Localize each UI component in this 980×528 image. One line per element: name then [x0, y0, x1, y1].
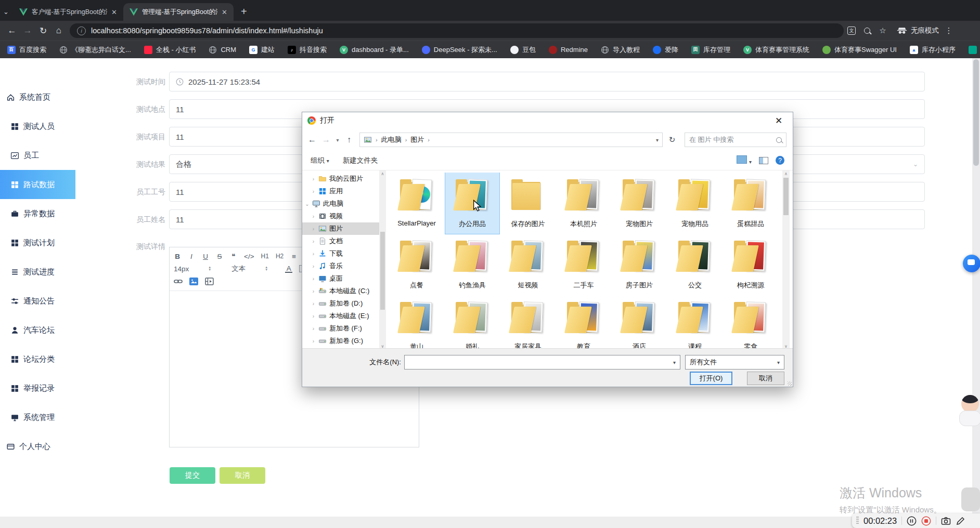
- sidebar-item-员工[interactable]: 员工: [0, 141, 75, 170]
- zoom-search-icon[interactable]: [859, 28, 875, 34]
- bookmark-item[interactable]: ▲库存小程序: [910, 45, 956, 55]
- heading1-icon[interactable]: H1: [261, 253, 269, 260]
- field-input[interactable]: 2025-11-27 15:23:54: [169, 72, 925, 91]
- new-tab-button[interactable]: +: [241, 6, 247, 17]
- tree-item-应用[interactable]: ›应用: [302, 185, 379, 197]
- translate-icon[interactable]: 文: [844, 27, 859, 35]
- tree-item-我的云图片[interactable]: ›我的云图片: [302, 173, 379, 185]
- text-color-icon[interactable]: A: [285, 265, 292, 273]
- folder-房子图片[interactable]: 房子图片: [612, 234, 666, 295]
- bookmark-item[interactable]: V体育赛事管理系统: [743, 45, 809, 55]
- bookmark-item[interactable]: 全栈 - 小红书: [144, 45, 196, 55]
- tree-collapsed-chevron-icon[interactable]: ›: [311, 189, 316, 194]
- breadcrumb-root[interactable]: 此电脑: [381, 135, 402, 144]
- tab-search-chevron-icon[interactable]: ⌄: [3, 8, 9, 16]
- tree-item-新加卷 (D:)[interactable]: ›新加卷 (D:): [302, 297, 379, 310]
- page-scrollbar[interactable]: [972, 58, 980, 528]
- filename-input[interactable]: ▾: [404, 355, 680, 369]
- folder-教育[interactable]: 教育: [557, 295, 611, 350]
- breadcrumb[interactable]: › 此电脑 › 图片 › ▾: [359, 133, 663, 147]
- site-info-icon[interactable]: i: [77, 27, 86, 35]
- tree-item-图片[interactable]: ›图片: [302, 222, 379, 235]
- folder-零食[interactable]: 零食: [724, 295, 778, 350]
- folder-StellarPlayer[interactable]: StellarPlayer: [390, 173, 444, 234]
- folder-枸杞溯源[interactable]: 枸杞溯源: [724, 234, 778, 295]
- bookmark-item[interactable]: 导入教程: [601, 45, 640, 55]
- folder-公交[interactable]: 公交: [668, 234, 722, 295]
- pause-icon[interactable]: [907, 516, 917, 526]
- tree-item-文档[interactable]: ›文档: [302, 235, 379, 247]
- help-icon[interactable]: ?: [776, 156, 784, 165]
- font-size-select[interactable]: 14px: [174, 265, 189, 273]
- bullet-list-icon[interactable]: ≡: [290, 253, 298, 260]
- folder-钓鱼渔具[interactable]: 钓鱼渔具: [445, 234, 499, 295]
- heading2-icon[interactable]: H2: [276, 253, 283, 260]
- tree-item-本地磁盘 (E:)[interactable]: ›本地磁盘 (E:): [302, 310, 379, 322]
- font-size-stepper-icon[interactable]: ▲▼: [208, 266, 211, 271]
- video-icon[interactable]: [205, 278, 214, 285]
- tree-collapsed-chevron-icon[interactable]: ›: [311, 176, 316, 182]
- tree-collapsed-chevron-icon[interactable]: ›: [311, 301, 316, 307]
- breadcrumb-dropdown-icon[interactable]: ▾: [656, 137, 659, 143]
- quote-icon[interactable]: ❝: [230, 252, 237, 260]
- url-text[interactable]: localhost:8080/springboot9859us78/admin/…: [91, 27, 323, 35]
- tree-item-此电脑[interactable]: ⌄此电脑: [302, 197, 379, 210]
- dialog-cancel-button[interactable]: 取消: [747, 372, 784, 385]
- dialog-open-button[interactable]: 打开(O): [690, 372, 732, 385]
- sidebar-item-通知公告[interactable]: 通知公告: [0, 286, 75, 315]
- sidebar-item-测试计划[interactable]: 测试计划: [0, 228, 75, 257]
- tree-collapsed-chevron-icon[interactable]: ›: [311, 263, 316, 269]
- bookmark-item[interactable]: 爱降: [653, 45, 678, 55]
- stop-icon[interactable]: [921, 516, 931, 526]
- folder-点餐[interactable]: 点餐: [390, 234, 444, 295]
- pen-icon[interactable]: [956, 516, 965, 526]
- bookmark-item[interactable]: Vdashboard - 录单...: [340, 45, 409, 55]
- tree-collapsed-chevron-icon[interactable]: ›: [311, 239, 316, 244]
- dialog-history-chevron-icon[interactable]: ▾: [334, 137, 341, 143]
- cancel-button[interactable]: 取消: [220, 467, 265, 484]
- sidebar-item-举报记录[interactable]: 举报记录: [0, 374, 75, 403]
- dialog-up-icon[interactable]: ↑: [343, 135, 355, 144]
- refresh-icon[interactable]: ↻: [665, 135, 679, 144]
- tree-collapsed-chevron-icon[interactable]: ›: [311, 288, 316, 294]
- bookmark-item[interactable]: 田库存管理: [691, 45, 730, 55]
- new-folder-button[interactable]: 新建文件夹: [343, 156, 378, 165]
- dialog-back-icon[interactable]: ←: [306, 135, 318, 144]
- breadcrumb-current[interactable]: 图片: [410, 135, 424, 144]
- sidebar-item-系统首页[interactable]: 系统首页: [0, 83, 75, 112]
- folder-蛋糕甜品[interactable]: 蛋糕甜品: [724, 173, 778, 234]
- back-icon[interactable]: ←: [4, 25, 20, 36]
- folder-酒店[interactable]: 酒店: [612, 295, 666, 350]
- tree-collapsed-chevron-icon[interactable]: ›: [311, 214, 316, 219]
- forward-icon[interactable]: →: [20, 25, 35, 36]
- filename-dropdown-icon[interactable]: ▾: [673, 360, 676, 365]
- bookmark-item[interactable]: CRM: [209, 46, 236, 54]
- sidebar-item-系统管理[interactable]: 系统管理: [0, 403, 75, 432]
- text-style-select[interactable]: 文本: [231, 264, 246, 273]
- sidebar-item-异常数据[interactable]: 异常数据: [0, 199, 75, 228]
- tree-expanded-chevron-icon[interactable]: ⌄: [305, 201, 310, 207]
- bold-icon[interactable]: B: [174, 253, 181, 260]
- tree-collapsed-chevron-icon[interactable]: ›: [311, 251, 316, 257]
- sidebar-item-个人中心[interactable]: 个人中心: [0, 432, 75, 461]
- bookmark-item[interactable]: DeepSeek - 探索未...: [422, 45, 497, 55]
- dialog-forward-icon[interactable]: →: [320, 135, 332, 144]
- dialog-search-box[interactable]: 在 图片 中搜索: [685, 133, 786, 147]
- folder-二手车[interactable]: 二手车: [557, 234, 611, 295]
- code-icon[interactable]: </>: [244, 253, 254, 260]
- tree-scrollbar[interactable]: ∧∨: [379, 170, 386, 350]
- tree-item-新加卷 (F:)[interactable]: ›新加卷 (F:): [302, 322, 379, 335]
- sidebar-item-论坛分类[interactable]: 论坛分类: [0, 345, 75, 374]
- folder-家居家具[interactable]: 家居家具: [501, 295, 555, 350]
- tree-collapsed-chevron-icon[interactable]: ›: [311, 313, 316, 319]
- sidebar-item-测试人员[interactable]: 测试人员: [0, 112, 75, 141]
- bookmark-item[interactable]: Redmine: [549, 46, 588, 54]
- tree-item-下载[interactable]: ›下载: [302, 247, 379, 260]
- folder-宠物图片[interactable]: 宠物图片: [612, 173, 666, 234]
- tree-collapsed-chevron-icon[interactable]: ›: [311, 276, 316, 282]
- sidebar-item-汽车论坛[interactable]: 汽车论坛: [0, 315, 75, 345]
- preview-pane-icon[interactable]: [759, 157, 768, 164]
- grid-scrollbar[interactable]: ∧∨: [782, 170, 790, 350]
- folder-课程[interactable]: 课程: [668, 295, 722, 350]
- submit-button[interactable]: 提交: [170, 467, 215, 484]
